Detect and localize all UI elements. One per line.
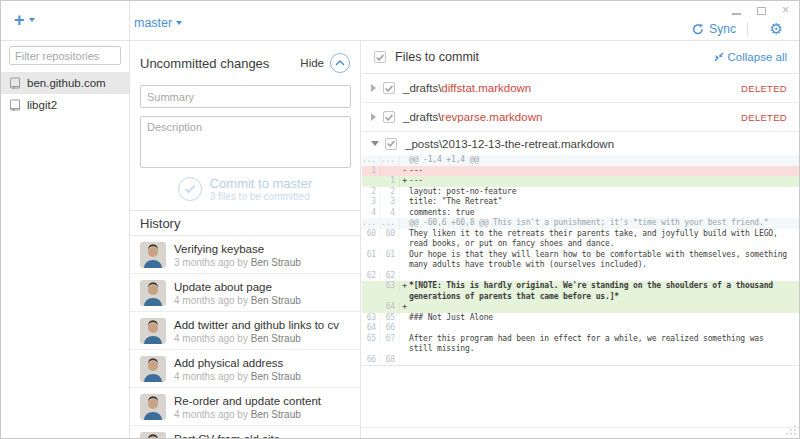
- sync-icon: [692, 23, 704, 35]
- commit-meta: 4 months ago by Ben Straub: [174, 409, 321, 420]
- collapse-all-icon: [714, 52, 724, 62]
- repository-item[interactable]: ben.github.com: [1, 72, 129, 94]
- repo-book-icon: [10, 99, 21, 111]
- diff-new-line-number: 1: [381, 176, 400, 187]
- diff-line: 6567After this program had been in effec…: [362, 334, 799, 355]
- history-commit-row[interactable]: Port CV from old site4 months ago by Ben…: [130, 426, 360, 438]
- history-title: History: [130, 210, 360, 236]
- diff-old-line-number: 63: [362, 313, 381, 324]
- commit-text: Update about page4 months ago by Ben Str…: [174, 281, 301, 306]
- sync-label: Sync: [709, 22, 736, 36]
- history-commit-row[interactable]: Verifying keybase3 months ago by Ben Str…: [130, 236, 360, 274]
- filter-repositories-input[interactable]: [9, 46, 121, 65]
- commit-text: Port CV from old site4 months ago by Ben…: [174, 433, 301, 439]
- toolbar: + master × Sync ⚙: [1, 1, 799, 41]
- commit-text: Add twitter and github links to cv4 mont…: [174, 319, 339, 344]
- diff-old-line-number: 65: [362, 334, 381, 345]
- diff-line: ......@@ -60,6 +60,8 @@ This isn't a pun…: [362, 218, 799, 229]
- branch-selector[interactable]: master: [134, 16, 182, 30]
- settings-button[interactable]: ⚙: [770, 20, 783, 38]
- history-commit-row[interactable]: Update about page4 months ago by Ben Str…: [130, 274, 360, 312]
- file-checkbox[interactable]: [383, 111, 395, 123]
- caret-down-icon[interactable]: [371, 141, 379, 146]
- file-row: _drafts\diffstat.markdownDELETED: [362, 74, 799, 103]
- diff-new-line-number: 63: [381, 281, 400, 292]
- select-all-files-checkbox[interactable]: [374, 51, 386, 63]
- caret-right-icon[interactable]: [371, 84, 376, 92]
- diff-marker: +: [400, 281, 409, 292]
- file-basename: revparse.markdown: [441, 111, 542, 123]
- collapse-panel-button[interactable]: [330, 53, 350, 73]
- commit-author: Ben Straub: [251, 257, 301, 268]
- diff-new-line-number: ...: [381, 155, 400, 166]
- commit-meta-time: 4 months ago by: [174, 333, 251, 344]
- file-checkbox[interactable]: [385, 138, 397, 150]
- file-dir: _posts\: [405, 138, 442, 150]
- avatar: [140, 432, 166, 438]
- diff-line: 6466: [362, 323, 799, 334]
- diff-old-line-number: 61: [362, 250, 381, 261]
- file-basename: diffstat.markdown: [441, 82, 531, 94]
- diff-text: @@ -60,6 +60,8 @@ This isn't a punishmen…: [409, 218, 799, 229]
- app-window: + master × Sync ⚙ ben.github.comlibgit2: [0, 0, 800, 439]
- commit-title: Update about page: [174, 281, 301, 293]
- diff-marker: +: [400, 176, 409, 187]
- collapse-all-label: Collapse all: [728, 51, 787, 63]
- diff-text: ---: [409, 176, 799, 187]
- repository-item[interactable]: libgit2: [1, 94, 129, 116]
- file-checkbox[interactable]: [383, 82, 395, 94]
- avatar: [140, 242, 166, 268]
- repository-sidebar: ben.github.comlibgit2: [1, 41, 129, 438]
- commit-author: Ben Straub: [251, 371, 301, 382]
- file-row: _posts\2013-12-13-the-retreat.markdown: [362, 132, 799, 155]
- diff-old-line-number: 3: [362, 197, 381, 208]
- diff-text: layout: post-no-feature: [409, 187, 799, 198]
- caret-right-icon[interactable]: [371, 113, 376, 121]
- commit-meta-time: 3 months ago by: [174, 257, 251, 268]
- toolbar-divider: [747, 22, 748, 37]
- diff-new-line-number: 4: [381, 208, 400, 219]
- diff-line: 33title: "The Retreat": [362, 197, 799, 208]
- diff-old-line-number: 1: [362, 166, 381, 177]
- chevron-down-icon: [176, 21, 182, 25]
- diff-line: 6365### Not Just Alone: [362, 313, 799, 324]
- window-controls: ×: [732, 6, 789, 15]
- history-commit-row[interactable]: Add physical address4 months ago by Ben …: [130, 350, 360, 388]
- diff-old-line-number: 62: [362, 271, 381, 282]
- files-to-commit-header: Files to commit Collapse all: [362, 41, 799, 74]
- diff-line: 22layout: post-no-feature: [362, 187, 799, 198]
- file-row: _drafts\revparse.markdownDELETED: [362, 103, 799, 132]
- hide-changes-button[interactable]: Hide: [300, 53, 350, 73]
- collapse-all-button[interactable]: Collapse all: [714, 51, 787, 63]
- close-icon[interactable]: ×: [782, 6, 789, 15]
- commit-title: Add physical address: [174, 357, 301, 369]
- commit-button[interactable]: Commit to master 3 files to be committed: [130, 176, 360, 202]
- history-commit-row[interactable]: Re-order and update content4 months ago …: [130, 388, 360, 426]
- repository-name: libgit2: [27, 99, 57, 111]
- file-name: _drafts\revparse.markdown: [403, 111, 542, 123]
- files-diff-pane: Files to commit Collapse all _drafts\dif…: [362, 41, 799, 438]
- diff-line: 63+*[NOTE: This is hardly original. We'r…: [362, 281, 799, 302]
- commit-summary-input[interactable]: [140, 85, 351, 108]
- plus-icon: +: [14, 10, 25, 30]
- sidebar-divider: [129, 1, 130, 438]
- file-status-badge: DELETED: [741, 112, 787, 123]
- files-to-commit-title: Files to commit: [395, 50, 479, 64]
- file-name: _posts\2013-12-13-the-retreat.markdown: [405, 138, 614, 150]
- commit-description-input[interactable]: [140, 116, 351, 168]
- avatar: [140, 318, 166, 344]
- diff-line: 64+: [362, 302, 799, 313]
- diff-old-line-number: 66: [362, 355, 381, 366]
- history-commit-row[interactable]: Add twitter and github links to cv4 mont…: [130, 312, 360, 350]
- diff-text: *[NOTE: This is hardly original. We're s…: [409, 281, 799, 302]
- commit-button-label: Commit to master: [210, 176, 313, 191]
- commit-author: Ben Straub: [251, 295, 301, 306]
- commit-check-icon: [178, 177, 202, 201]
- add-repository-button[interactable]: +: [14, 10, 35, 30]
- commit-title: Verifying keybase: [174, 243, 301, 255]
- commit-text: Re-order and update content4 months ago …: [174, 395, 321, 420]
- maximize-icon[interactable]: [757, 7, 766, 15]
- minimize-icon[interactable]: [732, 13, 741, 15]
- sync-button[interactable]: Sync: [692, 22, 736, 36]
- resize-grip[interactable]: [786, 425, 796, 435]
